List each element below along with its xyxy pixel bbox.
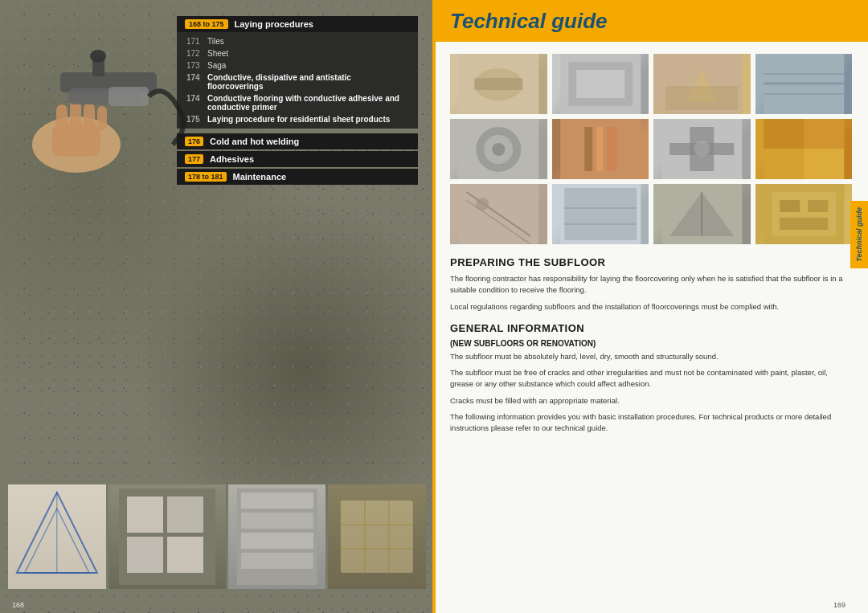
svg-rect-17: [167, 497, 203, 533]
nav-adhesives[interactable]: 177 Adhesives: [177, 151, 418, 167]
nav-sub-3-num: 173: [186, 61, 203, 70]
thumb-3-svg: [653, 54, 751, 114]
svg-rect-48: [584, 127, 592, 171]
thumb-6: [552, 119, 649, 179]
svg-rect-10: [108, 87, 149, 106]
bottom-illus-row: [0, 484, 434, 589]
thumb-8-svg: [755, 119, 853, 179]
nav-sub-5-label: Conductive flooring with conductive adhe…: [207, 94, 408, 112]
nav-sub-4-label: Conductive, dissipative and antistatic f…: [207, 73, 408, 91]
nav-sub-2-num: 172: [186, 49, 203, 58]
nav-main-header: 168 to 175 Laying procedures: [177, 16, 418, 32]
svg-rect-6: [70, 100, 81, 131]
nav-main-label: Laying procedures: [235, 19, 313, 29]
preparing-text-2: Local regulations regarding subfloors an…: [450, 301, 852, 313]
svg-rect-7: [84, 103, 95, 132]
nav-sub-5-num: 174: [186, 94, 203, 112]
svg-rect-23: [241, 533, 313, 549]
nav-cold-hot[interactable]: 176 Cold and hot welding: [177, 133, 418, 149]
nav-sub-2[interactable]: 172 Sheet: [177, 47, 418, 59]
svg-rect-38: [665, 86, 738, 110]
photo-bg: 168 to 175 Laying procedures 171 Tiles 1…: [0, 0, 434, 613]
right-header-title: Technical guide: [450, 9, 608, 34]
left-half: Technical guide: [0, 0, 434, 613]
nav-adhesives-label: Adhesives: [210, 154, 254, 164]
nav-sub-6[interactable]: 175 Laying procedure for residential she…: [177, 113, 418, 125]
general-heading: GENERAL INFORMATION: [450, 322, 852, 334]
thumb-4-svg: [755, 54, 853, 114]
nav-sub-4-num: 174: [186, 73, 203, 91]
svg-rect-72: [780, 200, 800, 212]
right-half: Technical guide: [434, 0, 868, 613]
thumb-10: [552, 184, 649, 244]
svg-rect-19: [167, 537, 203, 573]
svg-rect-32: [474, 78, 522, 90]
nav-sub-3[interactable]: 173 Saga: [177, 59, 418, 72]
svg-point-46: [492, 143, 505, 156]
photo-grid: [450, 54, 852, 244]
illus-2-svg: [108, 484, 226, 589]
preparing-heading: PREPARING THE SUBFLOOR: [450, 256, 852, 268]
thumb-10-svg: [552, 184, 649, 244]
svg-rect-74: [780, 218, 828, 230]
illus-1-svg: [8, 484, 106, 589]
thumb-7: [653, 119, 751, 179]
svg-rect-21: [241, 492, 313, 509]
thumb-12: [755, 184, 853, 244]
general-text-3: Cracks must be filled with an appropriat…: [450, 395, 852, 407]
nav-sub-4[interactable]: 174 Conductive, dissipative and antistat…: [177, 72, 418, 92]
svg-rect-8: [97, 106, 107, 130]
thumb-5: [450, 119, 547, 179]
svg-rect-50: [607, 127, 616, 171]
svg-rect-58: [804, 119, 844, 149]
thumb-2: [552, 54, 649, 114]
illus-2: [108, 484, 226, 589]
thumb-5-svg: [450, 119, 547, 179]
thumb-9-svg: [450, 184, 547, 244]
nav-sub-1[interactable]: 171 Tiles: [177, 35, 418, 47]
general-text-4: The following information provides you w…: [450, 411, 852, 435]
svg-rect-49: [596, 127, 603, 171]
nav-sub-1-num: 171: [186, 37, 203, 46]
svg-rect-64: [564, 188, 637, 240]
page-num-left: 168: [12, 601, 24, 609]
nav-sub-6-num: 175: [186, 115, 203, 124]
svg-rect-22: [241, 513, 313, 529]
nav-overlay: 168 to 175 Laying procedures 171 Tiles 1…: [177, 16, 418, 185]
nav-sub-5[interactable]: 174 Conductive flooring with conductive …: [177, 92, 418, 113]
svg-point-54: [694, 141, 710, 157]
svg-rect-24: [241, 553, 313, 569]
thumb-6-svg: [552, 119, 649, 179]
nav-sub-1-label: Tiles: [207, 37, 224, 46]
svg-rect-18: [127, 537, 163, 573]
thumb-9: [450, 184, 547, 244]
thumb-11: [653, 184, 751, 244]
general-text-2: The subfloor must be free of cracks and …: [450, 367, 852, 390]
thumb-12-svg: [755, 184, 853, 244]
nav-sub-items: 171 Tiles 172 Sheet 173 Saga 174: [177, 32, 418, 129]
nav-main-badge: 168 to 175: [185, 19, 228, 29]
hand-tool-svg: [12, 48, 197, 193]
nav-maintenance[interactable]: 178 to 181 Maintenance: [177, 169, 418, 185]
nav-sub-6-label: Laying procedure for residential sheet p…: [207, 115, 390, 124]
general-subheading: (NEW SUBFLOORS OR RENOVATION): [450, 339, 852, 348]
general-text-1: The subfloor must be absolutely hard, le…: [450, 351, 852, 362]
svg-rect-56: [764, 119, 804, 149]
nav-cold-hot-label: Cold and hot welding: [210, 137, 299, 146]
illus-4-svg: [328, 484, 426, 589]
illus-1: [8, 484, 106, 589]
thumb-11-svg: [653, 184, 751, 244]
nav-main-item[interactable]: 168 to 175 Laying procedures 171 Tiles 1…: [177, 16, 418, 129]
page-num-right: 169: [833, 601, 845, 609]
svg-rect-16: [127, 497, 163, 533]
page-wrapper: Technical guide: [0, 0, 868, 613]
thumb-1-svg: [450, 54, 547, 114]
svg-rect-35: [576, 70, 624, 98]
right-header-bar: Technical guide: [434, 0, 868, 42]
illus-4: [328, 484, 426, 589]
svg-rect-25: [341, 501, 413, 573]
thumb-3: [653, 54, 751, 114]
nav-cold-hot-num: 176: [185, 137, 203, 146]
nav-sub-3-label: Saga: [207, 61, 226, 70]
svg-rect-73: [808, 200, 828, 212]
